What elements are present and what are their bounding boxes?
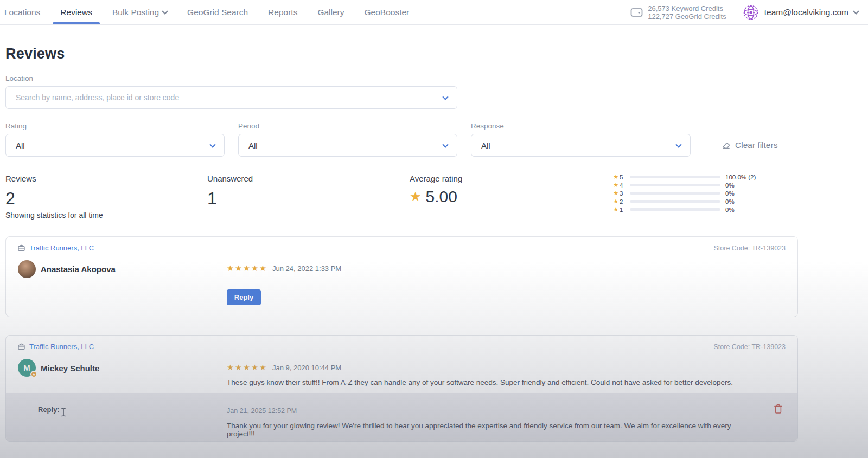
wallet-icon <box>630 7 643 18</box>
stat-average-rating: Average rating ★ 5.00 <box>410 174 462 206</box>
briefcase-icon <box>18 244 25 251</box>
review-rating-row: ★★★★★ Jun 24, 2022 1:33 PM <box>227 264 341 273</box>
breakdown-star-count: 1 <box>620 207 625 213</box>
stats-section: Reviews 2 Unanswered 1 Average rating ★ … <box>5 171 863 221</box>
nav-tab-label: GeoBooster <box>365 8 410 17</box>
nav-tab-geogrid-search[interactable]: GeoGrid Search <box>186 0 249 24</box>
rating-select[interactable]: All <box>5 134 225 157</box>
nav-tab-bulk-posting[interactable]: Bulk Posting <box>111 0 168 24</box>
nav-right-cluster: 26,573 Keyword Credits 122,727 GeoGrid C… <box>630 4 858 21</box>
reply-label: Reply: <box>38 405 60 414</box>
chevron-down-icon <box>162 8 168 14</box>
stat-reviews-value: 2 <box>5 189 36 209</box>
star-icon: ★ <box>610 198 618 205</box>
breakdown-bar-track <box>630 184 720 186</box>
breakdown-row-3: ★ 3 0% <box>610 189 756 197</box>
reviewer-avatar: M ★ <box>18 359 36 377</box>
chevron-down-icon <box>442 141 448 147</box>
credits-text: 26,573 Keyword Credits 122,727 GeoGrid C… <box>648 4 726 21</box>
breakdown-percent: 0% <box>725 198 735 205</box>
stat-unanswered-label: Unanswered <box>207 174 253 183</box>
breakdown-star-count: 5 <box>620 174 625 180</box>
stat-average-value: 5.00 <box>426 188 457 206</box>
nav-tab-geobooster[interactable]: GeoBooster <box>363 0 411 24</box>
period-select[interactable]: All <box>238 134 457 157</box>
rating-value: All <box>16 141 25 150</box>
star-icon: ★ <box>610 190 618 197</box>
star-icon: ★ <box>410 190 422 203</box>
chevron-down-icon <box>675 141 681 147</box>
breakdown-percent: 0% <box>725 190 735 197</box>
breakdown-bar-track <box>630 192 720 195</box>
nav-tabs: Locations Reviews Bulk Posting GeoGrid S… <box>3 0 410 24</box>
location-name: Traffic Runners, LLC <box>29 244 94 252</box>
reviewer-name: Mickey Schulte <box>41 364 99 373</box>
breakdown-row-4: ★ 4 0% <box>610 181 756 189</box>
store-code: Store Code: TR-139023 <box>714 244 786 252</box>
clear-filters-label: Clear filters <box>735 140 777 150</box>
star-icon: ★ <box>610 182 618 189</box>
review-card: Traffic Runners, LLC Store Code: TR-1390… <box>5 236 798 317</box>
main-content: Reviews Location Search by name, address… <box>0 46 868 442</box>
stats-footnote: Showing statistics for all time <box>5 211 103 220</box>
nav-tab-label: GeoGrid Search <box>187 8 248 17</box>
location-search-select[interactable]: Search by name, address, place id or sto… <box>5 86 457 109</box>
response-filter-block: Response All <box>471 122 691 157</box>
review-card: Traffic Runners, LLC Store Code: TR-1390… <box>5 335 798 442</box>
stat-unanswered: Unanswered 1 <box>207 174 253 209</box>
response-label: Response <box>471 122 691 130</box>
chevron-down-icon <box>209 141 215 147</box>
nav-tab-reports[interactable]: Reports <box>267 0 298 24</box>
local-guide-badge-icon: ★ <box>30 371 37 378</box>
nav-tab-label: Gallery <box>317 8 344 17</box>
rating-label: Rating <box>5 122 225 130</box>
breakdown-percent: 0% <box>725 207 735 213</box>
account-menu[interactable]: team@localviking.com <box>743 4 858 21</box>
star-rating-icons: ★★★★★ <box>227 363 267 372</box>
rating-filter-block: Rating All <box>5 122 225 157</box>
reply-button[interactable]: Reply <box>227 289 261 305</box>
credits-summary: 26,573 Keyword Credits 122,727 GeoGrid C… <box>630 4 726 21</box>
nav-tab-label: Locations <box>4 8 40 17</box>
breakdown-row-1: ★ 1 0% <box>610 205 756 214</box>
nav-tab-reviews[interactable]: Reviews <box>59 0 93 24</box>
stat-average-label: Average rating <box>410 174 462 183</box>
clear-filters-button[interactable]: Clear filters <box>722 140 777 150</box>
review-rating-row: ★★★★★ Jan 9, 2020 10:44 PM <box>227 363 341 372</box>
location-search-placeholder: Search by name, address, place id or sto… <box>16 93 179 102</box>
response-value: All <box>481 141 490 150</box>
keyword-credits: 26,573 Keyword Credits <box>648 4 726 12</box>
account-avatar-icon <box>743 4 759 21</box>
breakdown-bar-track <box>630 200 720 203</box>
reviewer-avatar <box>18 260 36 278</box>
reply-text: Thank you for your glowing review! We're… <box>227 422 732 438</box>
delete-reply-button[interactable] <box>774 403 786 415</box>
nav-tab-gallery[interactable]: Gallery <box>316 0 345 24</box>
nav-tab-label: Reviews <box>60 8 92 17</box>
avatar-initial: M <box>23 363 30 372</box>
period-filter-block: Period All <box>238 122 457 157</box>
reply-section: Reply: Jan 21, 2025 12:52 PM Thank you f… <box>6 393 797 441</box>
response-select[interactable]: All <box>471 134 691 157</box>
stat-reviews: Reviews 2 <box>5 174 36 209</box>
review-location-link[interactable]: Traffic Runners, LLC <box>18 343 94 351</box>
location-label: Location <box>5 74 863 82</box>
review-location-link[interactable]: Traffic Runners, LLC <box>18 244 94 252</box>
breakdown-row-2: ★ 2 0% <box>610 197 756 205</box>
top-navigation: Locations Reviews Bulk Posting GeoGrid S… <box>0 0 868 25</box>
star-icon: ★ <box>610 206 618 213</box>
period-value: All <box>248 141 258 150</box>
breakdown-bar-track <box>630 208 720 211</box>
nav-tab-locations[interactable]: Locations <box>3 0 41 24</box>
account-email: team@localviking.com <box>764 8 848 17</box>
reviewer-name: Anastasia Akopova <box>41 265 116 274</box>
stat-reviews-label: Reviews <box>5 174 36 183</box>
breakdown-star-count: 2 <box>620 198 625 205</box>
period-label: Period <box>238 122 457 130</box>
page-title: Reviews <box>5 46 863 62</box>
eraser-icon <box>722 141 731 150</box>
briefcase-icon <box>18 343 25 350</box>
location-filter-block: Location Search by name, address, place … <box>5 74 863 109</box>
chevron-down-icon <box>442 94 448 100</box>
review-date: Jun 24, 2022 1:33 PM <box>272 265 341 273</box>
